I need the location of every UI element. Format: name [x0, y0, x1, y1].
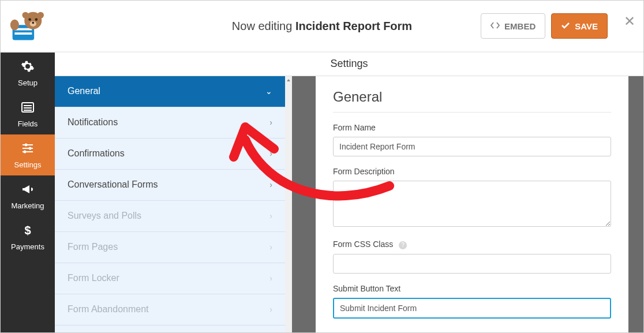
panel-header: Settings: [55, 53, 643, 76]
rail-label: Payments: [11, 242, 44, 251]
rail-item-fields[interactable]: Fields: [1, 93, 55, 134]
svg-point-8: [23, 12, 29, 18]
field-form-css-class: Form CSS Class ?: [333, 240, 611, 274]
menu-item-conversational-forms[interactable]: Conversational Forms ›: [55, 170, 285, 201]
menu-item-surveys-polls[interactable]: Surveys and Polls ›: [55, 201, 285, 232]
label-submit-button-text: Submit Button Text: [333, 284, 611, 293]
rail-item-settings[interactable]: Settings: [1, 134, 55, 175]
bullhorn-icon: [21, 182, 35, 198]
close-button[interactable]: ✕: [624, 13, 635, 39]
label-form-description: Form Description: [333, 167, 611, 176]
chevron-right-icon: ›: [269, 180, 272, 189]
menu-label: Surveys and Polls: [68, 211, 141, 221]
list-icon: [21, 100, 35, 116]
input-form-description[interactable]: [333, 181, 611, 227]
menu-item-notifications[interactable]: Notifications ›: [55, 107, 285, 139]
label-form-name: Form Name: [333, 123, 611, 132]
svg-point-7: [32, 22, 34, 24]
field-form-description: Form Description: [333, 167, 611, 229]
menu-label: Conversational Forms: [68, 179, 158, 190]
menu-item-form-pages[interactable]: Form Pages ›: [55, 232, 285, 263]
svg-point-10: [10, 20, 19, 31]
scrollbar[interactable]: [285, 76, 292, 332]
chevron-right-icon: ›: [269, 149, 272, 158]
top-actions: EMBED SAVE ✕: [481, 13, 635, 39]
sliders-icon: [21, 141, 35, 157]
dollar-icon: $: [21, 223, 35, 239]
svg-point-9: [38, 12, 44, 18]
save-label: SAVE: [575, 21, 598, 31]
label-form-css-class: Form CSS Class ?: [333, 240, 611, 249]
embed-button[interactable]: EMBED: [481, 13, 545, 39]
panel-title: Settings: [330, 58, 368, 70]
svg-text:$: $: [24, 224, 31, 237]
editing-prefix: Now editing: [232, 20, 293, 32]
top-bar: Now editing Incident Report Form EMBED S…: [1, 1, 643, 53]
rail-label: Fields: [18, 119, 38, 128]
svg-point-16: [25, 143, 28, 146]
help-icon[interactable]: ?: [399, 241, 407, 249]
menu-label: Notifications: [68, 117, 118, 128]
form-heading: General: [333, 89, 611, 113]
save-button[interactable]: SAVE: [551, 13, 608, 39]
svg-point-4: [28, 18, 31, 21]
app-logo: [9, 9, 44, 43]
svg-point-5: [35, 18, 38, 21]
check-icon: [561, 21, 570, 32]
chevron-right-icon: ›: [269, 242, 272, 252]
field-submit-button-text: Submit Button Text: [333, 284, 611, 319]
svg-rect-2: [14, 32, 32, 35]
menu-item-general[interactable]: General ⌄: [55, 76, 285, 107]
form-area: General Form Name Form Description Form …: [316, 76, 628, 332]
rail-label: Setup: [18, 78, 38, 87]
input-form-css-class[interactable]: [333, 254, 611, 274]
input-form-name[interactable]: [333, 137, 611, 156]
settings-menu: General ⌄ Notifications › Confirmations …: [55, 76, 286, 332]
chevron-down-icon: ⌄: [265, 87, 272, 96]
form-area-wrap: General Form Name Form Description Form …: [286, 76, 643, 332]
menu-item-form-abandonment[interactable]: Form Abandonment ›: [55, 294, 285, 325]
main-area: Setup Fields Settings Marketing $ Paymen…: [1, 53, 643, 332]
chevron-right-icon: ›: [269, 118, 272, 127]
rail-label: Settings: [14, 160, 42, 169]
field-form-name: Form Name: [333, 123, 611, 156]
menu-label: Form Pages: [68, 242, 118, 252]
rail-item-payments[interactable]: $ Payments: [1, 216, 55, 257]
close-icon: ✕: [624, 13, 635, 29]
chevron-right-icon: ›: [269, 305, 272, 314]
menu-label: General: [68, 86, 100, 96]
scroll-up-icon: [285, 76, 292, 84]
editing-form-title: Incident Report Form: [295, 20, 412, 32]
embed-label: EMBED: [504, 21, 536, 31]
menu-label: Confirmations: [68, 148, 125, 159]
input-submit-button-text[interactable]: [333, 298, 611, 319]
code-icon: [491, 21, 500, 32]
chevron-right-icon: ›: [269, 274, 272, 283]
menu-label: Form Abandonment: [68, 304, 149, 315]
center-column: Settings General ⌄ Notifications › Confi…: [55, 53, 643, 332]
rail-item-marketing[interactable]: Marketing: [1, 175, 55, 216]
gear-icon: [21, 59, 35, 75]
menu-item-confirmations[interactable]: Confirmations ›: [55, 139, 285, 170]
chevron-right-icon: ›: [269, 211, 272, 220]
left-rail: Setup Fields Settings Marketing $ Paymen…: [1, 53, 55, 332]
svg-point-20: [24, 150, 27, 153]
svg-point-18: [29, 147, 32, 149]
rail-item-setup[interactable]: Setup: [1, 53, 55, 93]
menu-label: Form Locker: [68, 273, 119, 283]
panel-body: General ⌄ Notifications › Confirmations …: [55, 76, 643, 332]
rail-label: Marketing: [11, 201, 44, 210]
label-text: Form CSS Class: [333, 240, 393, 249]
menu-item-form-locker[interactable]: Form Locker ›: [55, 263, 285, 294]
